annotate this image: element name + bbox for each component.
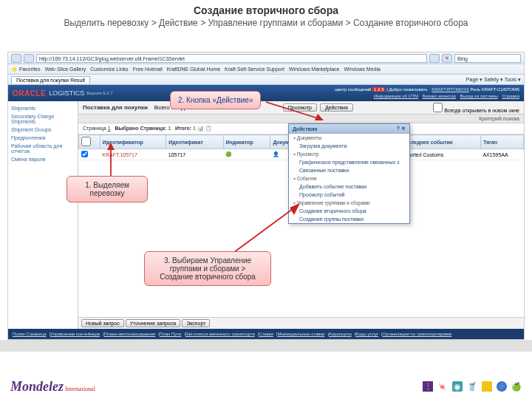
- candy-icon: 🍬: [437, 381, 448, 392]
- footer-link[interactable]: Управление контейнера: [50, 332, 100, 336]
- header-link[interactable]: Бизнес-монитор: [423, 94, 456, 98]
- close-icon[interactable]: ✕: [401, 126, 406, 131]
- sidebar-item[interactable]: Рабочая область для отчетов: [11, 142, 75, 155]
- menu-group-events[interactable]: События: [289, 174, 409, 183]
- footer-link[interactable]: Get-список железного транспорта: [185, 332, 255, 336]
- new-query-button[interactable]: Новый запрос: [81, 319, 124, 327]
- row-checkbox[interactable]: [81, 151, 88, 157]
- page-no: 1: [108, 126, 111, 131]
- msg-center-label[interactable]: центр сообщений: [335, 87, 371, 92]
- fav-link[interactable]: Windows Media: [344, 66, 380, 72]
- col-indicator[interactable]: Индикатор: [223, 135, 270, 149]
- favorites-label: ⭐ Favorites: [11, 66, 41, 72]
- menu-item[interactable]: Добавить событие поставки: [289, 183, 409, 191]
- callout-3: 3. Выбираем Управление группами и сборам…: [144, 251, 271, 286]
- criteria-bar[interactable]: Критерий поиска: [78, 115, 524, 123]
- menu-item-create-secondary[interactable]: Создание вторичного сбора: [289, 207, 409, 215]
- selected-label: Выбрано Страница:: [115, 126, 166, 131]
- footer-link[interactable]: План Пути: [160, 332, 182, 336]
- page-label: Страница: [83, 126, 106, 131]
- address-field[interactable]: http://109.73.14.112/GC3/glog.webserver.…: [36, 54, 427, 63]
- fav-link[interactable]: Windows Marketplace: [289, 66, 339, 72]
- gray-band: [0, 340, 532, 352]
- square-icon: [482, 381, 492, 392]
- actions-menu[interactable]: Действия ? ✕ Документы Загрузка документ…: [288, 123, 410, 224]
- bottom-action-bar: Новый запрос Уточнение запроса Экспорт: [78, 317, 524, 329]
- footer-link[interactable]: Ставки: [259, 332, 273, 336]
- fav-link[interactable]: Kraft Self-Service Support: [225, 66, 284, 72]
- export-button[interactable]: Экспорт: [182, 319, 210, 327]
- sidebar: Shipments Secondary Charge Shipments Shi…: [8, 101, 78, 329]
- oracle-logo: ORACLE: [13, 89, 46, 98]
- cell-event: Exported Customs: [399, 149, 481, 160]
- footer-links: Поиск Страница | Управление контейнера |…: [8, 329, 524, 339]
- forward-button[interactable]: [24, 54, 34, 63]
- fav-link[interactable]: KraftDNE Global Home: [167, 66, 220, 72]
- header-link[interactable]: Информация об OTM: [374, 94, 418, 98]
- open-new-checkbox[interactable]: [433, 103, 443, 112]
- globe-icon: [497, 381, 507, 392]
- actions-menu-help-icon[interactable]: ? ✕: [397, 126, 406, 132]
- footer-link[interactable]: Коды услуг: [355, 332, 378, 336]
- col-last-event[interactable]: Последнее событие: [399, 135, 481, 149]
- sidebar-item[interactable]: Предпочтения: [11, 134, 75, 142]
- page-title: Поставка для покупки: [83, 104, 148, 111]
- menu-group-manage[interactable]: Управление группами и сборами: [289, 199, 409, 207]
- footer-link[interactable]: Поиск Страница: [13, 332, 47, 336]
- welcome-label: Добро пожаловать: [389, 87, 427, 92]
- browser-address-bar: http://109.73.14.112/GC3/glog.webserver.…: [8, 52, 524, 64]
- cell-id[interactable]: KRAFT.105717: [100, 149, 166, 160]
- header-link[interactable]: Выход из системы: [460, 94, 498, 98]
- menu-item[interactable]: Создание группы поставки: [289, 215, 409, 223]
- browser-search[interactable]: Bing: [454, 54, 521, 63]
- sidebar-item[interactable]: Secondary Charge Shipments: [11, 112, 75, 126]
- refresh-button[interactable]: [429, 54, 440, 63]
- col-truck[interactable]: Тягач: [480, 135, 523, 149]
- refine-query-button[interactable]: Уточнение запроса: [126, 319, 180, 327]
- favorites-bar: ⭐ Favorites Web Slice Gallery Customize …: [8, 64, 524, 75]
- role-value: KRAFT-CUSTOMS: [482, 87, 519, 92]
- actions-button[interactable]: Действия: [320, 103, 353, 112]
- cup-icon: 🥤: [467, 381, 477, 392]
- cell-truck: AX1595AA: [480, 149, 523, 160]
- footer-link[interactable]: Плани местонахождения: [104, 332, 156, 336]
- footer-link[interactable]: Аэропорты: [329, 332, 352, 336]
- footer-link[interactable]: Межмодальные ставки: [277, 332, 324, 336]
- oracle-version: Версия 6.2.7: [86, 91, 112, 95]
- menu-group-documents[interactable]: Документы: [289, 134, 409, 142]
- browser-tools[interactable]: Page ▾ Safety ▾ Tools ▾: [466, 77, 521, 83]
- browser-tab[interactable]: Поставка для покупки Result: [11, 76, 90, 83]
- callout-2: 2. Кнопка «Действие»: [170, 91, 261, 109]
- actions-menu-title: Действия ? ✕: [289, 124, 409, 134]
- teal-icon: ◉: [452, 381, 463, 392]
- menu-item[interactable]: Связанные поставки: [289, 166, 409, 174]
- user-link[interactable]: KRAFT.RTYMKIV2: [432, 87, 469, 92]
- menu-item[interactable]: Загрузка документа: [289, 142, 409, 150]
- cell-id2: 105717: [166, 149, 223, 160]
- menu-item[interactable]: Просмотр событий: [289, 191, 409, 199]
- sidebar-item[interactable]: Смена пароля: [11, 155, 75, 163]
- fav-link[interactable]: Web Slice Gallery: [45, 66, 86, 72]
- sidebar-item[interactable]: Shipment Groups: [11, 126, 75, 134]
- view-button[interactable]: Просмотр: [283, 103, 317, 112]
- selected-count: 1: [168, 126, 171, 131]
- slide-title: Создание вторичного сбора Выделить перев…: [0, 0, 532, 30]
- menu-item[interactable]: Графическое представление связанных з: [289, 158, 409, 166]
- content-area: Shipments Secondary Charge Shipments Shi…: [8, 101, 524, 329]
- total-count: 1: [193, 126, 196, 131]
- callout-1: 1. Выделяем перевозку: [66, 176, 148, 202]
- stop-button[interactable]: ✕: [442, 54, 452, 63]
- fav-link[interactable]: Customize Links: [90, 66, 128, 72]
- back-button[interactable]: [11, 54, 21, 63]
- fav-link[interactable]: Free Hotmail: [133, 66, 163, 72]
- open-new-label: Всегда открывать в новом окне: [444, 108, 519, 113]
- col-check[interactable]: [79, 135, 100, 149]
- col-id[interactable]: Идентификатор: [100, 135, 166, 149]
- sidebar-item[interactable]: Shipments: [11, 104, 75, 112]
- total-label: Итого:: [175, 126, 191, 131]
- col-id2[interactable]: Идентификат: [166, 135, 223, 149]
- page-header: Поставка для покупки Всего найдено: 1 Пр…: [78, 101, 524, 115]
- menu-group-view[interactable]: Просмотр: [289, 150, 409, 158]
- header-link[interactable]: Справка: [502, 94, 519, 98]
- footer-link[interactable]: Организации по транспортировке: [383, 332, 452, 336]
